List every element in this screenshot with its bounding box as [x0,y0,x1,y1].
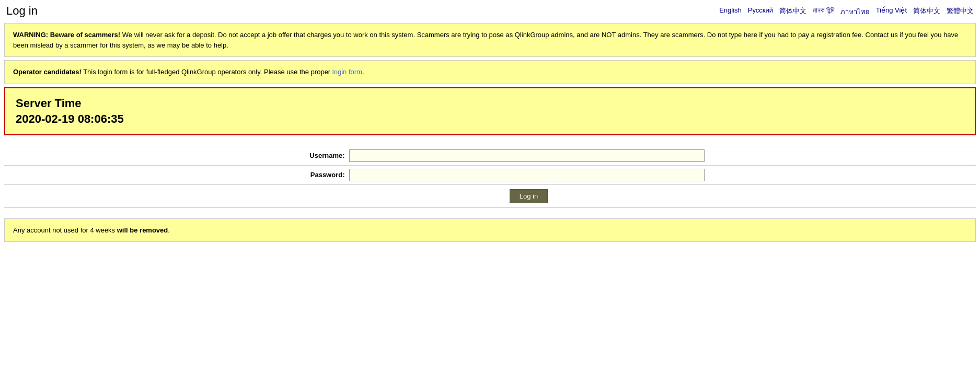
server-time-label: Server Time [16,97,964,110]
operator-banner: Operator candidates! This login form is … [4,60,976,84]
login-button-row: Log in [4,185,976,208]
lang-vietnamese[interactable]: Tiếng Việt [876,6,907,17]
username-label: Username: [276,152,349,159]
lang-hindi[interactable]: মানক হিন্দি [813,6,834,17]
footer-text-after: . [168,226,170,234]
lang-simplified-chinese-2[interactable]: 简体中文 [913,6,940,17]
footer-bold: will be removed [117,226,168,234]
warning-bold: WARNING: Beware of scammers! [13,31,120,39]
operator-text: This login form is for full-fledged Qlin… [82,68,332,76]
username-row: Username: [4,146,976,166]
footer-text-before: Any account not used for 4 weeks [13,226,117,234]
footer-banner: Any account not used for 4 weeks will be… [4,218,976,242]
password-input[interactable] [349,169,705,181]
warning-banner: WARNING: Beware of scammers! We will nev… [4,23,976,57]
warning-text: We will never ask for a deposit. Do not … [13,31,958,49]
username-input[interactable] [349,149,705,162]
lang-simplified-chinese-1[interactable]: 简体中文 [779,6,806,17]
server-time-box: Server Time 2020-02-19 08:06:35 [4,87,976,135]
operator-bold: Operator candidates! [13,68,82,76]
password-row: Password: [4,166,976,185]
operator-text-after: . [362,68,364,76]
login-button[interactable]: Log in [510,189,548,203]
lang-thai[interactable]: ภาษาไทย [840,6,870,17]
login-form: Username: Password: Log in [4,142,976,212]
lang-traditional-chinese[interactable]: 繁體中文 [947,6,974,17]
lang-english[interactable]: English [719,6,742,17]
lang-russian[interactable]: Русский [748,6,773,17]
page-title: Log in [6,4,38,18]
password-label: Password: [276,171,349,179]
login-form-link[interactable]: login form [332,68,362,76]
header: Log in English Русский 简体中文 মানক হিন্দি … [0,0,980,20]
language-nav: English Русский 简体中文 মানক হিন্দি ภาษาไทย… [719,4,974,17]
server-time-value: 2020-02-19 08:06:35 [16,112,964,126]
